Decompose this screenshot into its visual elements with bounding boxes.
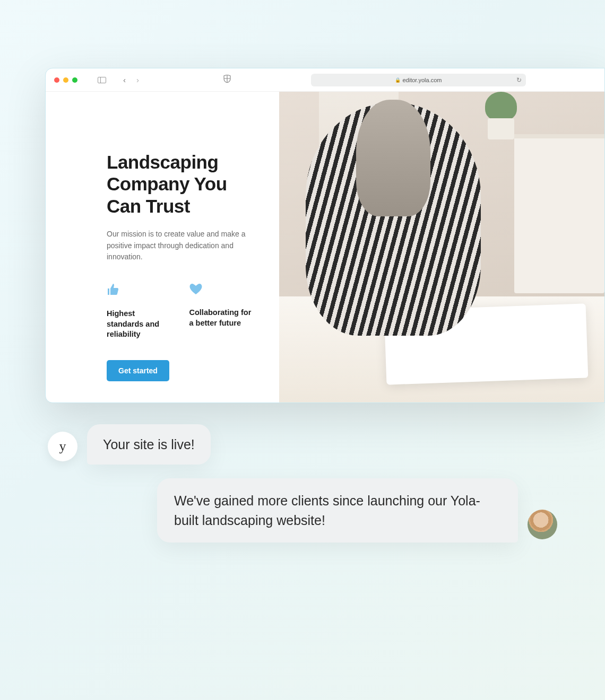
hero-description: Our mission is to create value and make …	[107, 229, 253, 263]
feature-item: Collaborating for a better future	[189, 283, 253, 340]
image-background	[482, 92, 520, 139]
browser-window: ‹ › 🔒 editor.yola.com ↻ Landscaping Comp…	[45, 68, 605, 403]
window-controls	[54, 77, 77, 83]
close-icon[interactable]	[54, 77, 59, 83]
chat-message: We've gained more clients since launchin…	[157, 478, 518, 542]
hero-title: Landscaping Company You Can Trust	[107, 151, 253, 217]
chat-message: Your site is live!	[87, 424, 211, 465]
forward-button[interactable]: ›	[133, 75, 142, 84]
yola-avatar: y	[48, 432, 77, 461]
hero-section: Landscaping Company You Can Trust Our mi…	[46, 92, 279, 402]
feature-row: Highest standards and reliability Collab…	[107, 283, 253, 340]
feature-item: Highest standards and reliability	[107, 283, 170, 340]
minimize-icon[interactable]	[63, 77, 68, 83]
url-text: editor.yola.com	[403, 77, 442, 83]
maximize-icon[interactable]	[72, 77, 77, 83]
image-person	[306, 102, 481, 336]
feature-text: Collaborating for a better future	[189, 308, 253, 328]
feature-text: Highest standards and reliability	[107, 309, 170, 340]
chat-section: y Your site is live! We've gained more c…	[48, 424, 557, 556]
get-started-button[interactable]: Get started	[107, 360, 169, 381]
sidebar-toggle-icon[interactable]	[98, 77, 106, 83]
thumbs-up-icon	[107, 283, 170, 298]
back-button[interactable]: ‹	[120, 75, 129, 84]
privacy-shield-icon[interactable]	[223, 75, 231, 85]
chat-row: We've gained more clients since launchin…	[48, 478, 557, 542]
heart-icon	[189, 283, 253, 297]
browser-toolbar: ‹ › 🔒 editor.yola.com ↻	[46, 68, 604, 92]
user-avatar	[528, 510, 557, 539]
image-background	[514, 134, 604, 293]
reload-icon[interactable]: ↻	[516, 76, 522, 84]
address-bar[interactable]: 🔒 editor.yola.com ↻	[311, 74, 526, 86]
yola-logo-icon: y	[59, 439, 66, 454]
chat-row: y Your site is live!	[48, 424, 557, 465]
hero-image	[279, 92, 604, 402]
page-body: Landscaping Company You Can Trust Our mi…	[46, 92, 604, 402]
lock-icon: 🔒	[395, 77, 401, 83]
